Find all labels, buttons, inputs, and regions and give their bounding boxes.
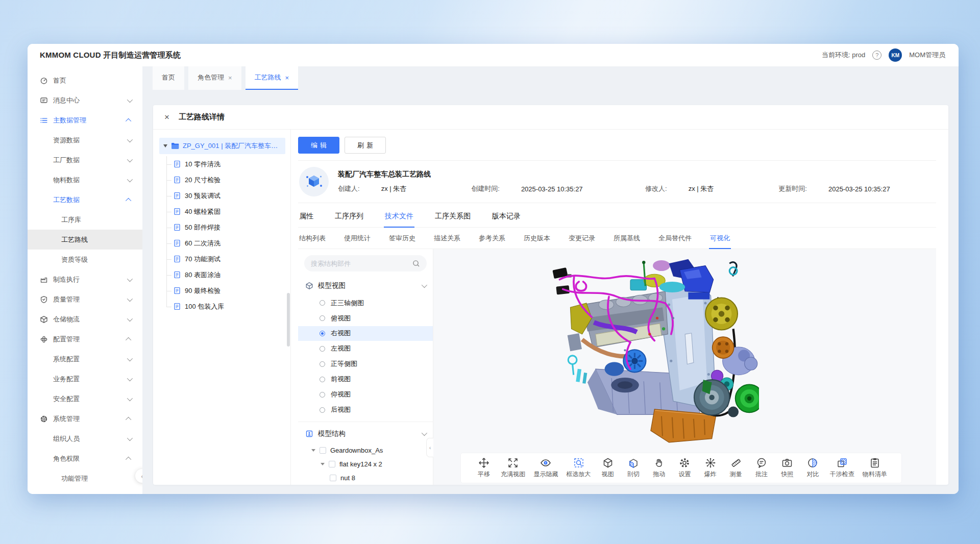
- view-option-isometric-front[interactable]: 正等侧图: [298, 356, 433, 372]
- sidebar-item-home[interactable]: 首页: [28, 70, 142, 90]
- subtab-history-version[interactable]: 历史版本: [523, 228, 551, 249]
- sidebar-item-org-personnel[interactable]: 组织人员: [28, 429, 142, 449]
- sidebar-item-resource-data[interactable]: 资源数据: [28, 130, 142, 150]
- tab-attributes[interactable]: 属性: [298, 205, 314, 228]
- subtab-visualization[interactable]: 可视化: [709, 228, 731, 249]
- field-value: 2025-03-25 10:35:27: [828, 185, 890, 193]
- interference-check-tool[interactable]: 干涉检查: [830, 457, 854, 479]
- tree-node-operation[interactable]: 10 零件清洗: [174, 156, 285, 172]
- model-viewport[interactable]: 平移 充满视图 显示隐藏: [433, 249, 936, 485]
- help-icon[interactable]: ?: [872, 51, 881, 60]
- view-option-right[interactable]: 右视图: [298, 326, 433, 341]
- explode-tool[interactable]: 爆炸: [702, 457, 719, 479]
- bom-tool[interactable]: 物料清单: [863, 457, 887, 479]
- structure-node-nut[interactable]: nut 8: [298, 471, 433, 485]
- sidebar-item-role-permission[interactable]: 角色权限: [28, 449, 142, 468]
- checkbox-icon[interactable]: [329, 461, 335, 467]
- view-option-left[interactable]: 左视图: [298, 341, 433, 356]
- snapshot-tool[interactable]: 快照: [778, 457, 796, 479]
- sidebar-item-role-management[interactable]: 角色管理: [28, 488, 142, 494]
- tree-node-operation[interactable]: 90 最终检验: [174, 283, 285, 299]
- tab-role-management[interactable]: 角色管理 ×: [188, 66, 241, 90]
- sidebar-item-quality-management[interactable]: 质量管理: [28, 289, 142, 309]
- sidebar-item-system-config[interactable]: 系统配置: [28, 349, 142, 369]
- document-icon: [174, 192, 181, 200]
- subtab-approval-history[interactable]: 签审历史: [388, 228, 416, 249]
- measure-tool[interactable]: 测量: [727, 457, 745, 479]
- tree-node-operation[interactable]: 30 预装调试: [174, 188, 285, 204]
- scrollbar-thumb[interactable]: [287, 293, 290, 347]
- subtab-usage-statistics[interactable]: 使用统计: [343, 228, 372, 249]
- show-hide-tool[interactable]: 显示隐藏: [533, 457, 558, 479]
- structure-node-flat-key[interactable]: flat key124 x 2: [298, 457, 433, 471]
- document-icon: [174, 239, 181, 247]
- model-structure-section-header[interactable]: 模型结构: [298, 424, 433, 443]
- panel-collapse-handle[interactable]: ‹: [426, 438, 433, 457]
- view-tool[interactable]: 视图: [599, 457, 617, 479]
- tree-root-node[interactable]: ZP_GY_001 | 装配厂汽车整车总装...: [159, 138, 285, 154]
- sidebar-item-message-center[interactable]: 消息中心: [28, 90, 142, 110]
- tree-node-operation[interactable]: 20 尺寸检验: [174, 172, 285, 188]
- view-option-bottom[interactable]: 仰视图: [298, 387, 433, 402]
- sidebar-item-business-config[interactable]: 业务配置: [28, 369, 142, 389]
- pan-tool[interactable]: 平移: [475, 457, 493, 479]
- sidebar-item-operation-library[interactable]: 工序库: [28, 210, 142, 230]
- tab-operation-relation-diagram[interactable]: 工序关系图: [434, 205, 472, 228]
- close-icon[interactable]: ×: [285, 74, 289, 82]
- tree-node-operation[interactable]: 80 表面涂油: [174, 267, 285, 283]
- fit-view-tool[interactable]: 充满视图: [501, 457, 525, 479]
- section-tool[interactable]: 剖切: [625, 457, 642, 479]
- settings-tool[interactable]: 设置: [676, 457, 693, 479]
- sidebar-item-system-management[interactable]: 系统管理: [28, 409, 142, 429]
- sidebar-item-security-config[interactable]: 安全配置: [28, 389, 142, 409]
- close-icon[interactable]: ×: [228, 74, 232, 82]
- tree-node-operation[interactable]: 40 螺栓紧固: [174, 204, 285, 219]
- sidebar-item-material-data[interactable]: 物料数据: [28, 170, 142, 190]
- tab-operation-sequence[interactable]: 工序序列: [334, 205, 364, 228]
- model-views-section-header[interactable]: 模型视图: [298, 277, 433, 295]
- sidebar-item-process-data[interactable]: 工艺数据: [28, 190, 142, 210]
- close-icon[interactable]: ×: [164, 113, 169, 121]
- subtab-change-record[interactable]: 变更记录: [568, 228, 596, 249]
- drag-tool[interactable]: 拖动: [650, 457, 668, 479]
- structure-icon: [305, 430, 313, 438]
- subtab-global-substitute[interactable]: 全局替代件: [657, 228, 693, 249]
- marquee-zoom-tool[interactable]: 框选放大: [567, 457, 591, 479]
- search-input[interactable]: [311, 260, 412, 267]
- tab-home[interactable]: 首页: [153, 66, 184, 90]
- tree-node-operation[interactable]: 60 二次清洗: [174, 235, 285, 251]
- tab-version-history[interactable]: 版本记录: [491, 205, 522, 228]
- compare-tool[interactable]: 对比: [804, 457, 821, 479]
- engine-3d-model: [545, 254, 759, 449]
- view-option-top[interactable]: 俯视图: [298, 311, 433, 326]
- subtab-description-relation[interactable]: 描述关系: [433, 228, 461, 249]
- sidebar-item-qualification-level[interactable]: 资质等级: [28, 250, 142, 269]
- gear-icon: [40, 415, 48, 423]
- sidebar-item-master-data[interactable]: 主数据管理: [28, 110, 142, 130]
- annotate-tool[interactable]: 批注: [753, 457, 770, 479]
- tab-process-route[interactable]: 工艺路线 ×: [246, 66, 299, 90]
- checkbox-icon[interactable]: [320, 447, 326, 454]
- structure-node-geardownbox[interactable]: Geardownbox_As: [298, 443, 433, 457]
- sidebar-item-warehouse-logistics[interactable]: 仓储物流: [28, 309, 142, 329]
- subtab-structure-list[interactable]: 结构列表: [298, 228, 327, 249]
- tab-technical-documents[interactable]: 技术文件: [384, 205, 414, 228]
- avatar[interactable]: KM: [889, 48, 902, 62]
- view-option-back[interactable]: 后视图: [298, 402, 433, 417]
- sidebar-item-process-route[interactable]: 工艺路线: [28, 230, 142, 250]
- sidebar-item-manufacturing-execution[interactable]: 制造执行: [28, 269, 142, 289]
- tree-node-operation[interactable]: 100 包装入库: [174, 299, 285, 314]
- subtab-baseline[interactable]: 所属基线: [612, 228, 641, 249]
- checkbox-icon[interactable]: [330, 475, 336, 481]
- edit-button[interactable]: 编辑: [298, 137, 339, 154]
- subtab-reference-relation[interactable]: 参考关系: [478, 228, 506, 249]
- view-option-isometric[interactable]: 正三轴侧图: [298, 295, 433, 311]
- tree-node-operation[interactable]: 50 部件焊接: [174, 219, 285, 235]
- refresh-button[interactable]: 刷新: [345, 137, 386, 154]
- sidebar-item-function-management[interactable]: 功能管理: [28, 468, 142, 488]
- sidebar-item-configuration-management[interactable]: 配置管理: [28, 329, 142, 349]
- sidebar-item-factory-data[interactable]: 工厂数据: [28, 150, 142, 170]
- tree-node-operation[interactable]: 70 功能测试: [174, 251, 285, 267]
- view-option-front[interactable]: 前视图: [298, 372, 433, 387]
- caret-down-icon: [311, 449, 315, 452]
